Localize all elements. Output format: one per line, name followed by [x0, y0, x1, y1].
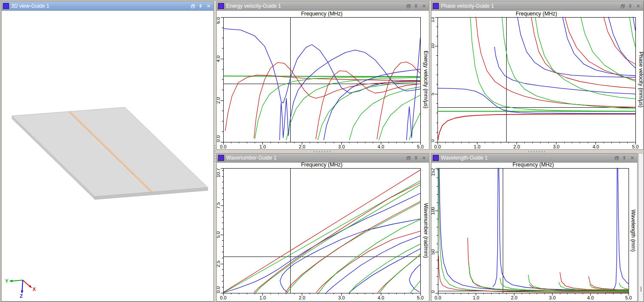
svg-text:7.5: 7.5 [217, 202, 221, 208]
svg-text:2.0: 2.0 [299, 295, 305, 300]
panel-title: 3D view-Guide 1 [11, 3, 187, 9]
pin-icon[interactable] [197, 3, 203, 9]
chart-area[interactable]: 0.01.02.03.04.05.00.02.55.07.510.7Freque… [217, 163, 429, 301]
svg-text:4.0: 4.0 [378, 144, 384, 149]
splitter-grip[interactable] [214, 145, 216, 162]
z-axis-arrow [22, 280, 23, 291]
axes-triad: Y X Z [5, 278, 36, 299]
svg-text:100: 100 [431, 207, 435, 214]
svg-text:1.0: 1.0 [259, 144, 266, 149]
svg-text:10.7: 10.7 [217, 168, 221, 177]
svg-text:Wavelength (mm): Wavelength (mm) [630, 209, 636, 251]
svg-text:Frequency (MHz): Frequency (MHz) [516, 11, 557, 17]
titlebar-buttons: × [405, 155, 427, 161]
svg-text:3.0: 3.0 [549, 295, 556, 300]
splitter-grip[interactable] [529, 151, 545, 152]
float-window-icon[interactable] [405, 155, 410, 161]
titlebar-wavelength[interactable]: Wavelength-Guide 1 × [431, 154, 637, 163]
svg-text:10: 10 [431, 43, 435, 48]
splitter-grip[interactable] [314, 151, 330, 152]
float-window-icon[interactable] [619, 3, 625, 9]
panel-icon [3, 3, 9, 9]
pin-icon[interactable] [621, 155, 627, 161]
y-axis-arrow [12, 280, 23, 281]
float-window-icon[interactable] [405, 3, 410, 9]
pin-icon[interactable] [627, 3, 633, 9]
3d-scene: Y X Z [2, 11, 213, 301]
svg-text:0.0: 0.0 [434, 144, 440, 149]
svg-text:1.0: 1.0 [473, 295, 479, 300]
pin-icon[interactable] [413, 3, 419, 9]
svg-text:Phase velocity (mm/µs): Phase velocity (mm/µs) [638, 51, 643, 107]
svg-text:5: 5 [431, 93, 435, 95]
wavenumber-chart: 0.01.02.03.04.05.00.02.55.07.510.7Freque… [217, 163, 429, 301]
svg-text:5.0: 5.0 [417, 295, 423, 300]
titlebar-wavenumber[interactable]: Wavenumber-Guide 1 × [217, 154, 429, 163]
svg-text:2.0: 2.0 [217, 97, 221, 103]
app-window: 3D view-Guide 1 × Y [0, 0, 644, 302]
y-axis-arrowhead [9, 280, 12, 282]
z-axis-label: Z [20, 293, 23, 299]
right-scrollbar[interactable] [638, 153, 644, 302]
svg-text:1.0: 1.0 [259, 295, 266, 300]
svg-text:0.0: 0.0 [434, 295, 441, 300]
panel-energy-velocity: Energy velocity-Guide 1 × 0.01.02.03.04.… [216, 1, 429, 150]
panel-3d-view: 3D view-Guide 1 × Y [1, 1, 214, 302]
svg-text:0: 0 [431, 139, 435, 142]
svg-text:Frequency (MHz): Frequency (MHz) [513, 163, 554, 168]
svg-text:6.0: 6.0 [217, 17, 221, 24]
pin-icon[interactable] [413, 155, 419, 161]
svg-text:4.0: 4.0 [592, 144, 599, 149]
svg-text:3.0: 3.0 [338, 295, 345, 300]
3d-viewport[interactable]: Y X Z [2, 11, 213, 301]
titlebar-buttons: × [613, 155, 635, 161]
phase-velocity-chart: 0.01.02.03.04.05.0051013Frequency (MHz)P… [431, 11, 643, 149]
svg-text:5.0: 5.0 [632, 144, 638, 149]
chart-area[interactable]: 0.01.02.03.04.05.0050100152Frequency (MH… [431, 163, 637, 301]
svg-text:4.0: 4.0 [217, 55, 221, 62]
close-icon[interactable]: × [635, 3, 641, 9]
svg-text:0.0: 0.0 [217, 136, 221, 142]
svg-text:0.0: 0.0 [220, 295, 226, 300]
svg-text:152: 152 [431, 168, 435, 176]
svg-text:Wavenumber (rad/mm): Wavenumber (rad/mm) [423, 203, 429, 258]
panel-phase-velocity: Phase velocity-Guide 1 × 0.01.02.03.04.0… [431, 1, 644, 150]
close-icon[interactable]: × [629, 155, 635, 161]
panel-title: Phase velocity-Guide 1 [441, 3, 617, 9]
svg-text:4.0: 4.0 [378, 295, 384, 300]
close-icon[interactable]: × [421, 155, 427, 161]
svg-text:2.0: 2.0 [511, 295, 517, 300]
svg-text:Frequency (MHz): Frequency (MHz) [301, 163, 343, 168]
chart-area[interactable]: 0.01.02.03.04.05.00.02.04.06.0Frequency … [217, 11, 429, 149]
energy-velocity-chart: 0.01.02.03.04.05.00.02.04.06.0Frequency … [217, 11, 429, 149]
plate-3d [12, 107, 208, 199]
svg-text:5.0: 5.0 [625, 295, 632, 300]
svg-text:2.0: 2.0 [299, 144, 305, 149]
horizontal-splitter[interactable] [216, 150, 644, 153]
titlebar-energy-velocity[interactable]: Energy velocity-Guide 1 × [217, 2, 429, 11]
float-window-icon[interactable] [189, 3, 195, 9]
svg-text:5.0: 5.0 [217, 231, 221, 238]
panel-title: Wavelength-Guide 1 [441, 155, 611, 161]
chart-area[interactable]: 0.01.02.03.04.05.0051013Frequency (MHz)P… [431, 11, 643, 149]
titlebar-buttons: × [189, 3, 211, 9]
svg-text:2.5: 2.5 [217, 260, 221, 267]
close-icon[interactable]: × [421, 3, 427, 9]
svg-text:Energy velocity (mm/µs): Energy velocity (mm/µs) [423, 51, 429, 108]
titlebar-phase-velocity[interactable]: Phase velocity-Guide 1 × [431, 2, 643, 11]
svg-text:13: 13 [431, 17, 435, 22]
titlebar-3d-view[interactable]: 3D view-Guide 1 × [2, 2, 213, 11]
panel-icon [218, 155, 224, 161]
svg-text:0.0: 0.0 [217, 287, 221, 293]
svg-text:50: 50 [431, 249, 435, 254]
scrollbar-thumb[interactable] [641, 287, 641, 292]
x-axis-label: X [33, 287, 36, 292]
y-axis-label: Y [5, 278, 9, 284]
panel-title: Energy velocity-Guide 1 [226, 3, 403, 9]
close-icon[interactable]: × [206, 3, 211, 9]
svg-text:2.0: 2.0 [513, 144, 520, 149]
panel-wavenumber: Wavenumber-Guide 1 × 0.01.02.03.04.05.00… [216, 153, 429, 302]
svg-text:3.0: 3.0 [338, 144, 345, 149]
float-window-icon[interactable] [613, 155, 619, 161]
panel-icon [433, 155, 439, 161]
